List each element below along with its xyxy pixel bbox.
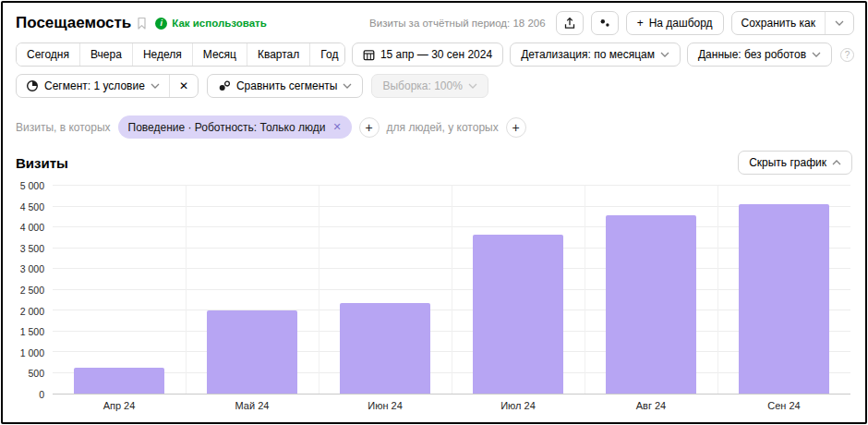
y-tick-label: 4 500 (20, 201, 44, 212)
v-gridline (585, 186, 585, 394)
bar-Апр 24[interactable] (74, 368, 164, 394)
hide-chart-label: Скрыть график (749, 156, 826, 169)
preset-button-5[interactable]: Квартал (247, 43, 309, 66)
chevron-down-icon (343, 83, 352, 89)
segment-dropdown[interactable]: Сегмент: 1 условие (17, 75, 169, 97)
preset-button-2[interactable]: Вчера (79, 43, 132, 66)
save-as-split-button: Сохранить как (731, 11, 854, 35)
segment-split-button: Сегмент: 1 условие ✕ (16, 74, 199, 98)
sampling-dropdown[interactable]: Выборка: 100% (371, 74, 488, 98)
v-gridline (319, 186, 319, 394)
condition-chip-label: Поведение · Роботность: Только люди (128, 121, 326, 134)
data-mode-label: Данные: без роботов (698, 48, 806, 61)
chevron-down-icon (151, 83, 160, 89)
save-as-menu-button[interactable] (826, 12, 853, 34)
segment-toolbar: Сегмент: 1 условие ✕ Сравнить сегменты В… (3, 70, 865, 102)
segment-pie-icon (26, 79, 39, 92)
export-button[interactable] (556, 11, 584, 35)
compare-segments-dropdown[interactable]: Сравнить сегменты (207, 74, 364, 98)
preset-button-1[interactable]: Сегодня (17, 43, 79, 66)
bar-Май 24[interactable] (207, 310, 297, 394)
sampling-label: Выборка: 100% (382, 79, 462, 92)
segments-quick-button[interactable] (591, 11, 619, 35)
save-as-button[interactable]: Сохранить как (732, 12, 825, 34)
metrika-report-window: Посещаемость i Как использовать Визиты з… (1, 1, 867, 424)
v-gridline (452, 186, 452, 394)
how-to-use-label: Как использовать (172, 18, 267, 29)
y-tick-label: 500 (28, 368, 44, 379)
people-filter-label: для людей, у которых (387, 121, 499, 134)
compare-segments-icon (218, 79, 231, 92)
y-axis: 05001 0001 5002 0002 5003 0003 5004 0004… (6, 186, 53, 395)
how-to-use-link[interactable]: i Как использовать (155, 18, 267, 30)
bookmark-icon[interactable] (136, 17, 148, 30)
y-tick-label: 2 500 (20, 285, 44, 296)
y-tick-label: 0 (39, 389, 44, 400)
bar-Сен 24[interactable] (739, 204, 829, 394)
period-preset-group: СегодняВчераНеделяМесяцКварталГод (16, 42, 345, 67)
preset-button-4[interactable]: Месяц (192, 43, 247, 66)
plot-area (53, 186, 850, 395)
chevron-down-icon (660, 52, 669, 57)
y-tick-label: 1 500 (20, 326, 44, 337)
compare-segments-label: Сравнить сегменты (236, 79, 338, 92)
info-icon: i (155, 18, 167, 30)
hide-chart-button[interactable]: Скрыть график (738, 151, 852, 175)
chevron-down-icon (468, 83, 477, 89)
period-toolbar: СегодняВчераНеделяМесяцКварталГод 15 апр… (3, 38, 865, 70)
x-tick-label: Апр 24 (53, 400, 186, 411)
y-tick-label: 4 000 (20, 222, 44, 233)
date-range-button[interactable]: 15 апр — 30 сен 2024 (352, 42, 503, 67)
bar-Июн 24[interactable] (340, 303, 430, 394)
preset-button-3[interactable]: Неделя (132, 43, 192, 66)
y-tick-label: 3 000 (20, 263, 44, 274)
x-tick-label: Июл 24 (452, 400, 585, 411)
save-as-label: Сохранить как (741, 17, 815, 30)
v-gridline (717, 186, 718, 394)
bar-Авг 24[interactable] (606, 215, 696, 394)
bar-Июл 24[interactable] (473, 235, 563, 394)
help-icon[interactable]: ? (840, 48, 854, 62)
plus-icon: + (637, 17, 644, 30)
chip-close-icon[interactable]: ✕ (332, 122, 341, 132)
calendar-icon (363, 49, 375, 61)
chevron-up-icon (832, 160, 841, 165)
preset-button-6[interactable]: Год (309, 43, 345, 66)
date-range-label: 15 апр — 30 сен 2024 (380, 48, 492, 61)
y-tick-label: 5 000 (20, 180, 44, 191)
add-to-dashboard-label: На дашборд (649, 17, 713, 30)
v-gridline (186, 186, 187, 394)
page-title: Посещаемость (16, 14, 131, 32)
y-tick-label: 2 000 (20, 306, 44, 317)
chart-header: Визиты Скрыть график (3, 139, 865, 178)
x-axis: Апр 24Май 24Июн 24Июл 24Авг 24Сен 24 (53, 395, 850, 417)
add-visit-condition-button[interactable]: + (359, 117, 380, 138)
data-mode-dropdown[interactable]: Данные: без роботов (687, 42, 832, 67)
add-people-condition-button[interactable]: + (506, 117, 526, 138)
chevron-down-icon (812, 52, 821, 57)
upload-icon (563, 17, 576, 30)
y-tick-label: 3 500 (20, 243, 44, 254)
filter-bar: Визиты, в которых Поведение · Роботность… (3, 102, 865, 139)
robots-condition-chip[interactable]: Поведение · Роботность: Только люди ✕ (118, 115, 352, 139)
chevron-down-icon (835, 20, 844, 26)
chart-title: Визиты (16, 155, 68, 171)
y-tick-label: 1 000 (20, 347, 44, 358)
segments-icon (598, 17, 611, 30)
x-tick-label: Авг 24 (585, 400, 717, 411)
x-tick-label: Сен 24 (717, 400, 850, 411)
visits-filter-label: Визиты, в которых (16, 121, 111, 134)
report-header: Посещаемость i Как использовать Визиты з… (3, 3, 865, 38)
detalization-label: Детализация: по месяцам (521, 48, 655, 61)
add-to-dashboard-button[interactable]: + На дашборд (626, 11, 724, 35)
segment-label: Сегмент: 1 условие (44, 79, 145, 92)
x-tick-label: Май 24 (186, 400, 319, 411)
visits-summary: Визиты за отчётный период: 18 206 (369, 18, 546, 29)
detalization-dropdown[interactable]: Детализация: по месяцам (510, 42, 681, 67)
visits-bar-chart: 05001 0001 5002 0002 5003 0003 5004 0004… (3, 178, 865, 422)
segment-remove-button[interactable]: ✕ (170, 75, 198, 97)
x-tick-label: Июн 24 (319, 400, 452, 411)
